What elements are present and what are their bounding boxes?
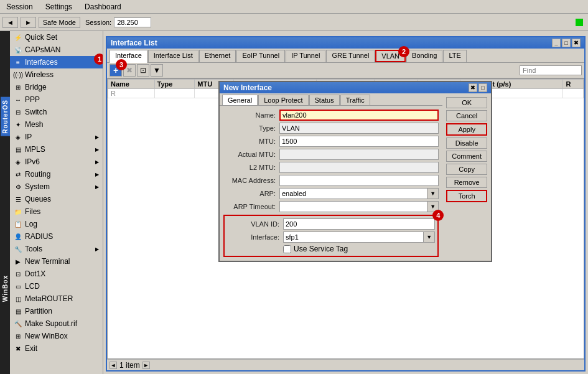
exit-icon: ✖ [14,344,22,353]
sidebar-item-system[interactable]: ⚙ System [10,180,103,193]
toolbar: ◄ ► Safe Mode Session: 28.250 [0,14,588,31]
tab-ethernet[interactable]: Ethernet [199,50,236,62]
use-service-tag-checkbox[interactable] [283,245,291,253]
sidebar-item-exit[interactable]: ✖ Exit [10,342,103,355]
sidebar-item-label: New WinBox [25,332,68,340]
sidebar-item-interfaces[interactable]: ≡ Interfaces 1 [10,56,103,68]
sidebar-item-switch[interactable]: ⊟ Switch [10,106,103,118]
sidebar-item-quickset[interactable]: ⚡ Quick Set [10,31,103,44]
mesh-icon: ✦ [14,120,22,129]
win-close-btn[interactable]: ✖ [572,39,581,47]
sidebar-item-ppp[interactable]: ↔ PPP [10,93,103,106]
filter-button[interactable]: ▼ [151,64,163,77]
dialog-tab-traffic[interactable]: Traffic [340,95,370,105]
sidebar-item-tools[interactable]: 🔧 Tools [10,243,103,255]
sidebar-item-newterminal[interactable]: ▶ New Terminal [10,255,103,268]
ok-button[interactable]: OK [446,97,487,108]
safe-mode-button[interactable]: Safe Mode [39,17,80,28]
form-row-type: Type: [223,123,439,134]
mac-input[interactable] [279,175,439,186]
sidebar-item-label: Dot1X [25,269,45,278]
scroll-left[interactable]: ◄ [110,362,117,369]
dialog-tab-status[interactable]: Status [309,95,340,105]
menu-settings[interactable]: Settings [42,2,76,12]
tab-ip-tunnel[interactable]: IP Tunnel [286,50,325,62]
sidebar-item-ip[interactable]: ◈ IP [10,131,103,143]
sidebar-item-label: System [25,182,50,191]
actual-mtu-input[interactable] [279,149,439,160]
arp-timeout-wrap: ▼ [279,201,439,212]
tab-vlan[interactable]: VLAN 2 [375,50,406,62]
arp-select[interactable] [279,188,427,199]
sidebar-item-label: Exit [25,344,37,353]
tab-lte[interactable]: LTE [443,50,466,62]
sidebar-item-label: MPLS [25,145,45,154]
sidebar-item-dot1x[interactable]: ⊡ Dot1X [10,268,103,280]
disable-button[interactable]: Disable [446,138,487,149]
comment-button[interactable]: Comment [446,151,487,162]
dialog-restore-btn[interactable]: □ [478,83,487,92]
interface-select[interactable] [283,231,424,243]
sidebar-item-mesh[interactable]: ✦ Mesh [10,118,103,131]
sidebar-item-newwinbox[interactable]: ⊞ New WinBox [10,330,103,342]
sidebar-item-mpls[interactable]: ▤ MPLS [10,143,103,156]
ip-icon: ◈ [14,133,22,141]
apply-button[interactable]: Apply [446,123,487,136]
sidebar-item-ipv6[interactable]: ◈ IPv6 [10,156,103,168]
dialog-tab-loop-protect[interactable]: Loop Protect [258,95,308,105]
win-minimize-btn[interactable]: _ [552,39,561,47]
copy-button[interactable]: Copy [446,164,487,175]
vlan-id-input[interactable] [283,218,435,230]
torch-button[interactable]: Torch [446,190,487,202]
dialog-buttons: OK Cancel Apply Disable Comment Copy Rem… [442,93,491,261]
search-input[interactable] [520,65,582,75]
type-input[interactable] [279,123,439,134]
sidebar-item-wireless[interactable]: ((·)) Wireless [10,68,103,81]
dialog-close-btn[interactable]: ✖ [469,83,477,92]
cancel-button[interactable]: Cancel [446,110,487,121]
sidebar-item-label: Wireless [25,70,54,79]
sidebar-item-makesupout[interactable]: 🔨 Make Supout.rif [10,317,103,330]
sidebar-item-log[interactable]: 📋 Log [10,218,103,230]
newterminal-icon: ▶ [14,257,22,266]
back-button[interactable]: ◄ [2,17,18,28]
copy-button[interactable]: ⊡ [137,64,149,77]
win-restore-btn[interactable]: □ [562,39,571,47]
tab-eoip-tunnel[interactable]: EoIP Tunnel [236,50,285,62]
mtu-input[interactable] [279,136,439,147]
arp-label: ARP: [223,190,279,197]
arp-dropdown-btn[interactable]: ▼ [427,188,439,199]
sidebar-item-label: Queues [25,195,51,203]
forward-button[interactable]: ► [21,17,36,28]
menu-session[interactable]: Session [2,2,37,12]
sidebar-item-label: Make Supout.rif [25,319,77,328]
interface-dropdown-btn[interactable]: ▼ [424,231,435,243]
name-input[interactable] [279,110,439,121]
sidebar-item-files[interactable]: 📁 Files [10,205,103,218]
sidebar-item-metarouter[interactable]: ◫ MetaROUTER [10,292,103,305]
sidebar-item-radius[interactable]: 👤 RADIUS [10,230,103,243]
l2mtu-input[interactable] [279,162,439,173]
tab-gre-tunnel[interactable]: GRE Tunnel [326,50,375,62]
dialog-tab-general[interactable]: General [222,95,258,105]
sidebar-item-partition[interactable]: ▤ Partition [10,305,103,317]
remove-button[interactable]: Remove [446,177,487,188]
tab-interface[interactable]: Interface [110,50,147,63]
menu-dashboard[interactable]: Dashboard [81,2,125,12]
scroll-right[interactable]: ► [142,362,150,369]
sidebar-item-bridge[interactable]: ⊞ Bridge [10,81,103,93]
dialog-controls: ✖ □ [469,83,487,92]
sidebar-item-capsman[interactable]: 📡 CAPsMAN [10,44,103,56]
badge-3: 3 [116,59,127,70]
sidebar-item-queues[interactable]: ☰ Queues [10,193,103,205]
capsman-icon: 📡 [14,45,22,54]
window-title-text: Interface List [111,39,157,47]
tab-interface-list[interactable]: Interface List [148,50,198,62]
sidebar-item-label: Partition [25,307,52,316]
dialog-form-area: General Loop Protect Status Traffic Name… [220,93,442,261]
sidebar-item-routing[interactable]: ⇄ Routing [10,168,103,180]
sidebar-item-lcd[interactable]: ▭ LCD [10,280,103,292]
arp-timeout-input[interactable] [279,201,427,212]
tab-bonding[interactable]: Bonding [406,50,442,62]
window-controls: _ □ ✖ [552,39,581,47]
